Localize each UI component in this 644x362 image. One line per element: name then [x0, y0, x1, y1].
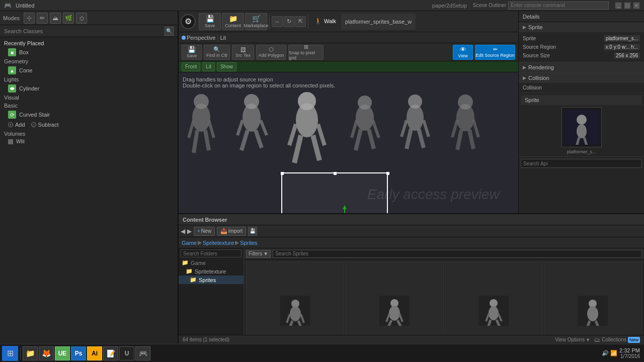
sprite-save-btn[interactable]: 💾 Save	[182, 45, 202, 60]
collections-btn[interactable]: 🗂 Collections New	[594, 336, 640, 343]
snap-pixel-btn[interactable]: ⊞ Snap to pixel grid	[288, 45, 324, 60]
place-item-curved-stair[interactable]: ⟳ Curved Stair	[0, 110, 178, 120]
main-content: Modes ⊹ ✏ ⛰ 🌿 ◇ Search Classes 🔍 Recentl…	[0, 11, 644, 344]
front-view-btn[interactable]: Front	[182, 62, 200, 71]
import-label: Import	[228, 228, 243, 234]
tray-icons: 🔊 📶	[602, 350, 617, 356]
sprite-section-header[interactable]: ▶ Sprite	[519, 22, 644, 32]
sprite-prop-row-2: Source Region x:0 y:0 w:.. h:..	[523, 43, 640, 51]
breadcrumb-sep2: ▶	[235, 239, 239, 246]
folder-spritetexture[interactable]: 📁 Spritetexture	[179, 267, 244, 276]
landscape-mode-btn[interactable]: ⛰	[50, 13, 61, 24]
place-item-cylinder[interactable]: ⬬ Cylinder	[0, 83, 178, 94]
app-name: paper2dSetup	[432, 3, 467, 9]
folder-sprites-label: Sprites	[199, 277, 216, 283]
recently-placed-category[interactable]: Recently Placed	[0, 39, 178, 47]
search-classes-btn[interactable]: 🔍	[165, 27, 174, 36]
main-toolbar: ⚙ 💾 Save 📁 Content 🛒 Marketplace	[179, 11, 518, 32]
taskbar-unity-btn[interactable]: U	[119, 346, 134, 360]
minimize-btn[interactable]: _	[615, 2, 622, 9]
rendering-section-header[interactable]: ▶ Rendering	[519, 62, 644, 72]
perspective-btn[interactable]: Perspective	[182, 35, 215, 41]
volumes-category[interactable]: Volumes	[0, 130, 178, 138]
select-mode-btn[interactable]: ⊹	[24, 13, 35, 24]
lights-category[interactable]: Lights	[0, 75, 178, 83]
svg-point-4	[244, 94, 259, 109]
edit-source-btn[interactable]: ✏ Edit Source Region	[475, 45, 515, 60]
folder-game[interactable]: 📁 Game	[179, 258, 244, 267]
taskbar-unreal-btn[interactable]: UE	[55, 346, 70, 360]
src-tex-btn[interactable]: 🖼 Src Tex	[232, 45, 254, 60]
view-btn[interactable]: 👁 View	[453, 45, 473, 60]
basic-category[interactable]: Basic	[0, 102, 178, 110]
paint-mode-btn[interactable]: ✏	[37, 13, 48, 24]
search-folders-input[interactable]	[181, 249, 242, 257]
taskbar-firefox-btn[interactable]: 🦊	[39, 346, 54, 360]
save-cb-btn[interactable]: 💾	[248, 227, 257, 236]
curved-stair-label: Curved Stair	[19, 112, 50, 118]
perspective-label: Perspective	[187, 35, 215, 41]
folder-sprites[interactable]: 📁 Sprites	[179, 276, 244, 284]
view-options-btn[interactable]: View Options ▼	[555, 337, 590, 342]
add-polygon-btn[interactable]: ⬡ Add Polygon	[256, 45, 286, 60]
sprite-cell-2[interactable]: platformer_sprites_base_...	[345, 261, 443, 335]
snap-pixel-icon: ⊞	[304, 44, 308, 50]
subtract-icon: ○	[31, 122, 36, 127]
content-browser-label: Content Browser	[183, 217, 227, 223]
place-item-misc1[interactable]: Wlit	[0, 138, 178, 145]
sprite-search-area	[519, 157, 644, 170]
breadcrumb-sprites[interactable]: Sprites	[240, 240, 257, 246]
svg-point-35	[577, 124, 587, 138]
nav-forward-btn[interactable]: ▶	[187, 228, 192, 235]
new-btn[interactable]: + New	[194, 227, 215, 236]
marketplace-toolbar-btn[interactable]: 🛒 Marketplace	[245, 13, 267, 30]
find-in-cb-btn[interactable]: 🔍 Find in CB	[204, 45, 230, 60]
breadcrumb-game[interactable]: Game	[182, 240, 197, 246]
taskbar-ps-btn[interactable]: Ps	[71, 346, 86, 360]
taskbar-ue2-btn[interactable]: 🎮	[135, 346, 150, 360]
taskbar-note-btn[interactable]: 📝	[103, 346, 118, 360]
sprite-cell-1[interactable]: platformer_sprites_base_...	[246, 261, 344, 335]
search-sprites-input[interactable]	[273, 250, 642, 258]
scale-btn[interactable]: ⇱	[295, 16, 306, 27]
collision-section-header[interactable]: ▶ Collision	[519, 73, 644, 83]
sprite-editor-tab[interactable]: platformer_sprites_base_w	[341, 14, 416, 30]
save-toolbar-btn[interactable]: 💾 Save	[199, 13, 221, 30]
geometry-mode-btn[interactable]: ◇	[76, 13, 87, 24]
sprite-search-input[interactable]	[521, 159, 642, 168]
rotate-btn[interactable]: ↻	[283, 16, 294, 27]
sprite-cell-3[interactable]: platformer_sprites_base_...	[445, 261, 543, 335]
place-item-subtract[interactable]: ○ Subtract	[31, 121, 59, 129]
geometry-category[interactable]: Geometry	[0, 57, 178, 65]
taskbar-files-btn[interactable]: 📁	[23, 346, 38, 360]
collision-row: Collision	[523, 85, 640, 90]
breadcrumb-spritetexture[interactable]: Spritetexture	[203, 240, 234, 246]
sprite-img-2	[346, 262, 443, 335]
lit-view-btn[interactable]: Lit	[202, 62, 215, 71]
place-item-add[interactable]: + Add	[8, 121, 25, 129]
import-btn[interactable]: 📥 Import	[217, 227, 246, 236]
place-item-box[interactable]: ■ Box	[0, 47, 178, 57]
foliage-mode-btn[interactable]: 🌿	[63, 13, 74, 24]
add-polygon-label: Add Polygon	[258, 53, 284, 58]
sprite-cell-4[interactable]: platformer_sprites_base_...	[544, 261, 642, 335]
close-btn[interactable]: ×	[633, 2, 640, 9]
maximize-btn[interactable]: □	[624, 2, 631, 9]
console-input[interactable]	[508, 2, 609, 10]
lit-btn[interactable]: Lit	[220, 35, 226, 41]
add-subtract-row: + Add ○ Subtract	[0, 120, 178, 130]
start-btn[interactable]: ⊞	[2, 346, 18, 361]
scene-outliner-label: Scene Outliner	[473, 3, 506, 8]
place-item-cone[interactable]: ▲ Cone	[0, 65, 178, 75]
cylinder-label: Cylinder	[19, 85, 39, 92]
cone-icon: ▲	[8, 66, 16, 74]
nav-back-btn[interactable]: ◀	[181, 228, 185, 235]
taskbar-ai-btn[interactable]: Ai	[87, 346, 102, 360]
system-tray: 🔊 📶 2:32 PM 1/7/2016	[602, 347, 642, 359]
translate-btn[interactable]: ↔	[272, 16, 283, 27]
content-toolbar-btn[interactable]: 📁 Content	[222, 13, 244, 30]
filters-btn[interactable]: Filters ▼	[246, 250, 271, 258]
walk-tab[interactable]: 🚶 Walk	[310, 14, 340, 30]
visual-category[interactable]: Visual	[0, 94, 178, 102]
show-btn[interactable]: Show	[217, 62, 236, 71]
